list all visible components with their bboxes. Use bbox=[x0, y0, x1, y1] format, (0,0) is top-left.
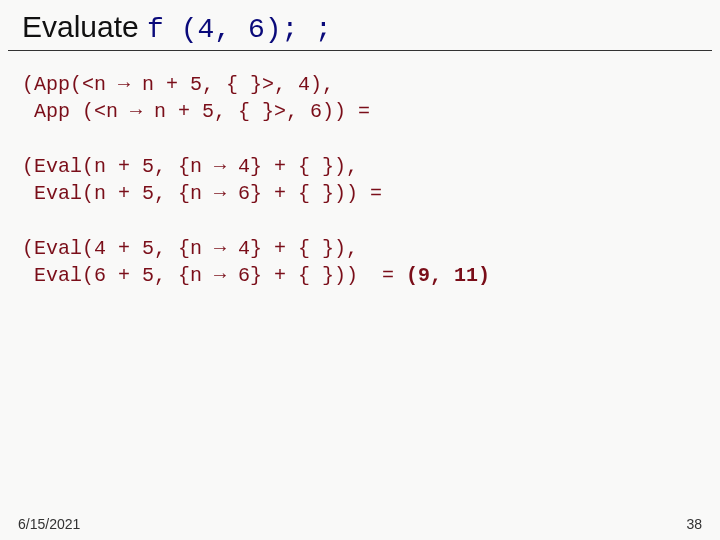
code-line: Eval(6 + 5, {n → 6} + { })) = bbox=[22, 264, 406, 287]
footer-date: 6/15/2021 bbox=[18, 516, 80, 532]
code-block-1: (App(<n → n + 5, { }>, 4), App (<n → n +… bbox=[22, 71, 702, 125]
code-line: (App(<n → n + 5, { }>, 4), bbox=[22, 73, 334, 96]
title-code: f (4, 6); ; bbox=[147, 14, 332, 45]
slide: Evaluate f (4, 6); ; (App(<n → n + 5, { … bbox=[0, 0, 720, 540]
code-line: (Eval(4 + 5, {n → 4} + { }), bbox=[22, 237, 358, 260]
title-area: Evaluate f (4, 6); ; bbox=[8, 0, 712, 51]
code-block-2: (Eval(n + 5, {n → 4} + { }), Eval(n + 5,… bbox=[22, 153, 702, 207]
page-number: 38 bbox=[686, 516, 702, 532]
code-line: Eval(n + 5, {n → 6} + { })) = bbox=[22, 182, 382, 205]
code-line: (Eval(n + 5, {n → 4} + { }), bbox=[22, 155, 358, 178]
slide-body: (App(<n → n + 5, { }>, 4), App (<n → n +… bbox=[0, 51, 720, 289]
result-value: (9, 11) bbox=[406, 264, 490, 287]
title-lead: Evaluate bbox=[22, 10, 147, 43]
code-line: App (<n → n + 5, { }>, 6)) = bbox=[22, 100, 370, 123]
footer: 6/15/2021 38 bbox=[0, 516, 720, 532]
code-block-3: (Eval(4 + 5, {n → 4} + { }), Eval(6 + 5,… bbox=[22, 235, 702, 289]
slide-title: Evaluate f (4, 6); ; bbox=[22, 10, 698, 46]
